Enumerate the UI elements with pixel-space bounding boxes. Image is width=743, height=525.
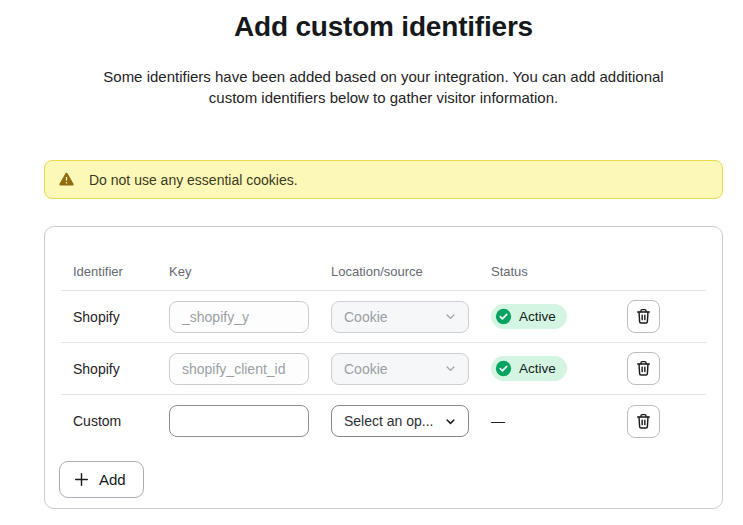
chevron-down-icon bbox=[443, 414, 458, 429]
warning-icon bbox=[58, 171, 75, 188]
status-empty-dash: — bbox=[491, 413, 505, 429]
warning-banner: Do not use any essential cookies. bbox=[44, 160, 723, 199]
identifier-label: Custom bbox=[73, 413, 169, 429]
trash-icon bbox=[634, 359, 653, 378]
add-button-label: Add bbox=[99, 471, 126, 488]
check-circle-icon bbox=[495, 308, 512, 325]
delete-row-button[interactable] bbox=[627, 300, 660, 333]
trash-icon bbox=[634, 307, 653, 326]
location-source-value: Cookie bbox=[344, 361, 388, 377]
column-header-identifier: Identifier bbox=[73, 263, 169, 281]
column-header-key: Key bbox=[169, 263, 331, 281]
add-custom-identifiers-page: Add custom identifiers Some identifiers … bbox=[44, 11, 723, 509]
status-badge-text: Active bbox=[519, 361, 556, 376]
table-header-row: Identifier Key Location/source Status bbox=[61, 263, 706, 291]
delete-row-button[interactable] bbox=[627, 405, 660, 438]
warning-banner-text: Do not use any essential cookies. bbox=[89, 172, 298, 188]
identifiers-card: Identifier Key Location/source Status Sh… bbox=[44, 226, 723, 509]
location-source-select: Cookie bbox=[331, 301, 469, 333]
table-row: Custom Select an op... — bbox=[61, 395, 706, 447]
status-badge-text: Active bbox=[519, 309, 556, 324]
plus-icon bbox=[73, 471, 90, 488]
identifier-label: Shopify bbox=[73, 361, 169, 377]
page-subtitle: Some identifiers have been added based o… bbox=[101, 66, 666, 108]
delete-row-button[interactable] bbox=[627, 352, 660, 385]
status-badge: Active bbox=[491, 356, 567, 381]
table-row: Shopify Cookie bbox=[61, 291, 706, 343]
check-circle-icon bbox=[495, 360, 512, 377]
key-input bbox=[169, 301, 309, 333]
table-row: Shopify Cookie bbox=[61, 343, 706, 395]
location-source-value: Cookie bbox=[344, 309, 388, 325]
key-input[interactable] bbox=[169, 405, 309, 437]
trash-icon bbox=[634, 412, 653, 431]
chevron-down-icon bbox=[443, 361, 458, 376]
page-title: Add custom identifiers bbox=[44, 11, 723, 43]
location-source-select[interactable]: Select an op... bbox=[331, 405, 469, 437]
location-source-value: Select an op... bbox=[344, 413, 434, 429]
column-header-status: Status bbox=[491, 263, 627, 281]
status-badge: Active bbox=[491, 304, 567, 329]
identifier-label: Shopify bbox=[73, 309, 169, 325]
location-source-select: Cookie bbox=[331, 353, 469, 385]
chevron-down-icon bbox=[443, 309, 458, 324]
column-header-location-source: Location/source bbox=[331, 263, 491, 281]
key-input bbox=[169, 353, 309, 385]
add-identifier-button[interactable]: Add bbox=[59, 461, 144, 498]
